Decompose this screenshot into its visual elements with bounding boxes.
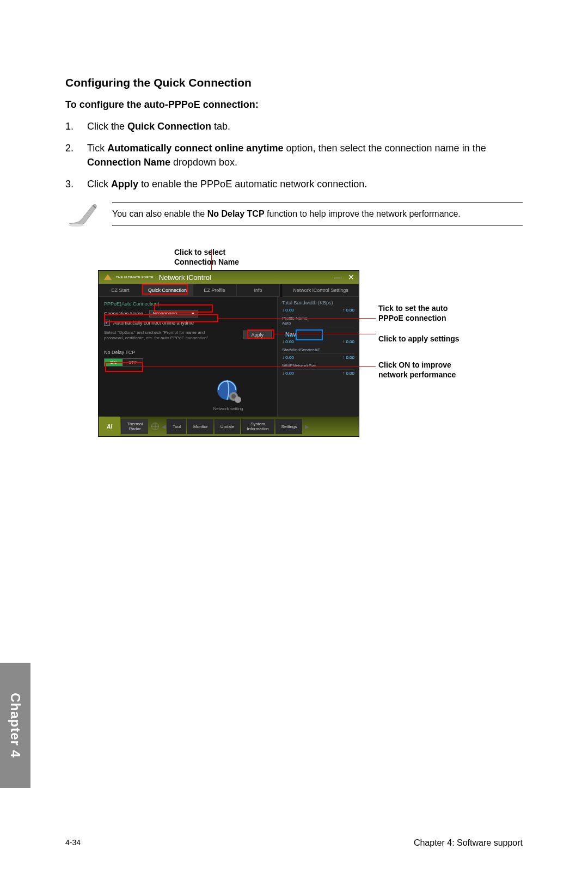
close-icon[interactable]: ✕ xyxy=(348,273,354,282)
steps-list: 1.Click the Quick Connection tab.2.Tick … xyxy=(65,119,523,191)
ai-suite-logo-icon[interactable]: AI xyxy=(99,417,120,436)
note-text: You can also enable the No Delay TCP fun… xyxy=(112,202,523,226)
svg-point-3 xyxy=(231,394,236,399)
tab-settings-panel-header[interactable]: Network iControl Settings xyxy=(283,284,359,297)
footer-next-icon[interactable]: ▶ xyxy=(305,424,309,430)
tab-ez-start[interactable]: EZ Start xyxy=(99,284,142,297)
profile-name-value: Auto xyxy=(282,321,291,326)
apply-button[interactable]: Apply xyxy=(243,331,272,339)
chevron-down-icon: ▾ xyxy=(192,311,194,316)
no-delay-on-button[interactable]: ON xyxy=(104,358,122,366)
step-item: 2.Tick Automatically connect online anyt… xyxy=(65,141,523,169)
annotation-on: Click ON to improve network performance xyxy=(378,360,471,380)
page-number: 4-34 xyxy=(65,838,81,848)
footer-item[interactable]: Monitor xyxy=(187,419,213,434)
app-titlebar: THE ULTIMATE FORCE Network iControl — ✕ xyxy=(99,271,359,284)
footer-item[interactable]: SystemInformation xyxy=(241,419,274,434)
no-delay-off-button[interactable]: OFF xyxy=(122,358,143,366)
footer-item[interactable]: Tool xyxy=(167,419,186,434)
svg-point-4 xyxy=(235,396,241,403)
options-hint: Select "Options" and uncheck "Prompt for… xyxy=(104,330,224,340)
tab-info[interactable]: Info xyxy=(236,284,280,297)
network-setting-caption: Network setting xyxy=(213,406,243,411)
auto-connect-label: Automatically connect online anytime xyxy=(113,320,194,326)
connection-name-value: Broadband xyxy=(153,311,177,316)
app-window: THE ULTIMATE FORCE Network iControl — ✕ … xyxy=(98,270,359,437)
chapter-side-tab: Chapter 4 xyxy=(0,663,30,788)
minimize-icon[interactable]: — xyxy=(334,273,342,282)
callout-top: Click to selectConnection Name xyxy=(174,248,523,267)
screenshot-container: THE ULTIMATE FORCE Network iControl — ✕ … xyxy=(98,270,523,437)
connection-name-label: Connection Name : xyxy=(104,311,146,316)
no-delay-tcp-label: No Delay TCP xyxy=(104,350,272,355)
footer-thermal-radar[interactable]: ThermalRadar xyxy=(121,419,148,434)
settings-side-panel: Total Bandwidth (KBps) ↓ 0.00↑ 0.00 Prof… xyxy=(277,297,359,417)
note-pen-icon xyxy=(65,202,112,231)
app-footer: AI ThermalRadar ◀ ToolMonitorUpdateSyste… xyxy=(99,417,359,436)
brand-tagline: THE ULTIMATE FORCE xyxy=(116,276,154,279)
process-item: StarWindServiceAE xyxy=(282,347,354,354)
bw-up: ↑ 0.00 xyxy=(342,308,354,313)
nav-up: ↑ 0.00 xyxy=(342,339,354,344)
auto-connect-checkbox[interactable]: ✔ xyxy=(104,320,110,326)
window-title: Network iControl xyxy=(159,273,211,282)
network-setting-icon: Network setting xyxy=(212,378,244,411)
bandwidth-label: Total Bandwidth (KBps) xyxy=(282,300,354,305)
svg-point-0 xyxy=(69,224,84,227)
step-item: 1.Click the Quick Connection tab. xyxy=(65,119,523,133)
connection-name-dropdown[interactable]: Broadband ▾ xyxy=(149,310,198,317)
tab-quick-connection[interactable]: Quick Connection xyxy=(142,284,193,297)
subsection-heading: To configure the auto-PPPoE connection: xyxy=(65,99,523,111)
globe-small-icon xyxy=(151,422,160,431)
annotation-tick: Tick to set the auto PPPoE connection xyxy=(378,304,471,323)
footer-item[interactable]: Update xyxy=(215,419,240,434)
nav-down: ↓ 0.00 xyxy=(282,339,294,344)
step-item: 3.Click Apply to enable the PPPoE automa… xyxy=(65,177,523,191)
tab-ez-profile[interactable]: EZ Profile xyxy=(193,284,236,297)
group-pppoe-label: PPPoE(Auto Connection) xyxy=(104,301,272,307)
nav-highlight: Nav xyxy=(282,331,299,338)
section-title: Configuring the Quick Connection xyxy=(65,76,523,89)
annotation-apply: Click to apply settings xyxy=(378,334,471,344)
footer-item[interactable]: Settings xyxy=(275,419,303,434)
footer-prev-icon[interactable]: ◀ xyxy=(162,424,166,430)
brand-logo-icon xyxy=(103,273,113,281)
tab-bar: EZ Start Quick Connection EZ Profile Inf… xyxy=(99,284,359,297)
chapter-footer: Chapter 4: Software support xyxy=(414,838,523,848)
bw-down: ↓ 0.00 xyxy=(282,308,294,313)
